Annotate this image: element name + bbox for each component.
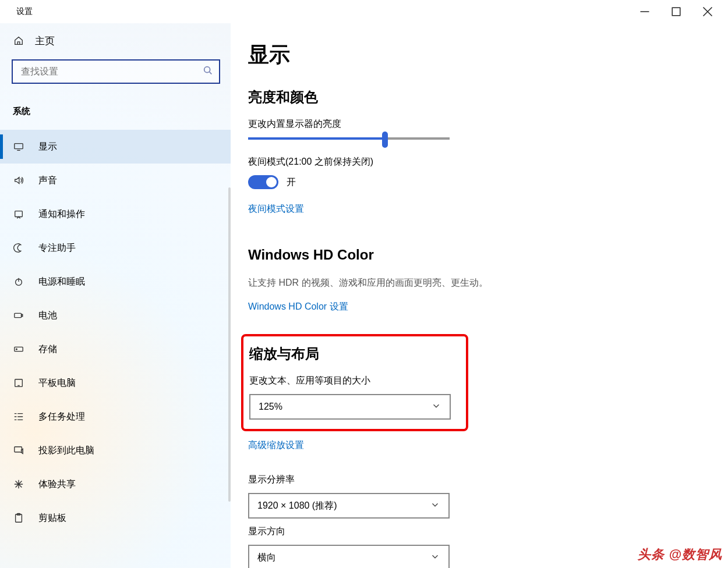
sidebar-item-focus-assist[interactable]: 专注助手 xyxy=(0,231,231,265)
sidebar-item-label: 通知和操作 xyxy=(38,208,85,221)
chevron-down-icon xyxy=(431,400,441,413)
brightness-slider-label: 更改内置显示器的亮度 xyxy=(248,118,692,130)
clipboard-icon xyxy=(13,513,24,523)
night-light-settings-link[interactable]: 夜间模式设置 xyxy=(248,203,304,215)
sidebar-item-shared-experiences[interactable]: 体验共享 xyxy=(0,467,231,501)
sidebar: 主页 系统 显示 声音 通知和操作 xyxy=(0,23,231,568)
scale-label: 更改文本、应用等项目的大小 xyxy=(249,375,458,387)
svg-point-1 xyxy=(204,67,210,73)
sidebar-item-tablet[interactable]: 平板电脑 xyxy=(0,366,231,400)
window-title: 设置 xyxy=(16,6,33,17)
sidebar-item-label: 存储 xyxy=(38,343,57,356)
sidebar-category: 系统 xyxy=(0,93,231,130)
shared-experiences-icon xyxy=(13,479,24,489)
chevron-down-icon xyxy=(430,551,440,564)
main-content: 显示 亮度和颜色 更改内置显示器的亮度 夜间模式(21:00 之前保持关闭) 开… xyxy=(231,23,728,568)
resolution-select-value: 1920 × 1080 (推荐) xyxy=(257,500,337,512)
toggle-knob xyxy=(266,177,277,187)
sound-icon xyxy=(13,175,24,186)
svg-rect-0 xyxy=(672,8,680,16)
maximize-button[interactable] xyxy=(660,0,692,23)
hdr-description: 让支持 HDR 的视频、游戏和应用的画面更明亮、更生动。 xyxy=(248,275,692,290)
svg-rect-10 xyxy=(15,447,22,452)
sidebar-item-label: 多任务处理 xyxy=(38,411,85,423)
minimize-button[interactable] xyxy=(629,0,660,23)
svg-rect-3 xyxy=(15,211,23,217)
sidebar-item-clipboard[interactable]: 剪贴板 xyxy=(0,501,231,535)
svg-rect-2 xyxy=(15,144,23,149)
resolution-label: 显示分辨率 xyxy=(248,474,692,486)
search-box[interactable] xyxy=(12,59,220,84)
home-label: 主页 xyxy=(35,34,55,48)
orientation-select[interactable]: 横向 xyxy=(248,545,450,568)
battery-icon xyxy=(13,310,24,321)
search-icon xyxy=(203,65,213,78)
sidebar-item-label: 电池 xyxy=(38,310,57,322)
resolution-select[interactable]: 1920 × 1080 (推荐) xyxy=(248,493,450,519)
sidebar-item-notifications[interactable]: 通知和操作 xyxy=(0,197,231,231)
sidebar-item-multitask[interactable]: 多任务处理 xyxy=(0,400,231,434)
search-input[interactable] xyxy=(21,66,203,77)
storage-icon xyxy=(13,344,24,354)
sidebar-item-label: 平板电脑 xyxy=(38,377,76,389)
sidebar-item-projecting[interactable]: 投影到此电脑 xyxy=(0,434,231,467)
section-brightness-heading: 亮度和颜色 xyxy=(248,88,692,106)
night-light-label: 夜间模式(21:00 之前保持关闭) xyxy=(248,156,692,168)
section-hdr-heading: Windows HD Color xyxy=(248,247,692,263)
close-button[interactable] xyxy=(692,0,723,23)
multitask-icon xyxy=(13,411,24,422)
page-title: 显示 xyxy=(248,41,692,69)
brightness-slider-fill xyxy=(248,137,385,140)
display-icon xyxy=(13,141,24,152)
scale-select-value: 125% xyxy=(259,402,282,412)
sidebar-item-label: 投影到此电脑 xyxy=(38,445,94,457)
power-icon xyxy=(13,276,24,287)
sidebar-item-label: 剪贴板 xyxy=(38,512,66,524)
night-light-toggle[interactable] xyxy=(248,175,278,189)
sidebar-item-label: 电源和睡眠 xyxy=(38,276,85,288)
home-link[interactable]: 主页 xyxy=(0,23,231,58)
sidebar-item-battery[interactable]: 电池 xyxy=(0,299,231,332)
chevron-down-icon xyxy=(430,499,440,512)
scale-select[interactable]: 125% xyxy=(249,394,451,420)
sidebar-item-sound[interactable]: 声音 xyxy=(0,164,231,197)
advanced-scaling-link[interactable]: 高级缩放设置 xyxy=(248,439,304,452)
sidebar-item-display[interactable]: 显示 xyxy=(0,130,231,164)
orientation-label: 显示方向 xyxy=(248,526,692,538)
notifications-icon xyxy=(13,209,24,219)
hdr-settings-link[interactable]: Windows HD Color 设置 xyxy=(248,301,348,313)
brightness-slider[interactable] xyxy=(248,137,450,140)
svg-rect-5 xyxy=(15,313,22,317)
sidebar-item-storage[interactable]: 存储 xyxy=(0,332,231,366)
sidebar-item-label: 体验共享 xyxy=(38,478,76,491)
brightness-slider-thumb[interactable] xyxy=(382,132,388,148)
svg-rect-11 xyxy=(16,514,22,523)
sidebar-item-power-sleep[interactable]: 电源和睡眠 xyxy=(0,265,231,299)
tablet-icon xyxy=(13,378,24,388)
titlebar: 设置 xyxy=(0,0,728,23)
sidebar-item-label: 显示 xyxy=(38,141,57,153)
section-scale-heading: 缩放与布局 xyxy=(249,345,458,363)
home-icon xyxy=(13,36,24,46)
focus-assist-icon xyxy=(13,243,24,253)
night-light-toggle-state: 开 xyxy=(287,176,296,189)
svg-point-8 xyxy=(16,349,17,350)
orientation-select-value: 横向 xyxy=(257,552,276,564)
projecting-icon xyxy=(13,445,24,456)
svg-rect-6 xyxy=(22,314,23,317)
sidebar-item-label: 专注助手 xyxy=(38,242,76,254)
sidebar-item-label: 声音 xyxy=(38,175,57,187)
annotation-highlight-box: 缩放与布局 更改文本、应用等项目的大小 125% xyxy=(241,334,468,431)
